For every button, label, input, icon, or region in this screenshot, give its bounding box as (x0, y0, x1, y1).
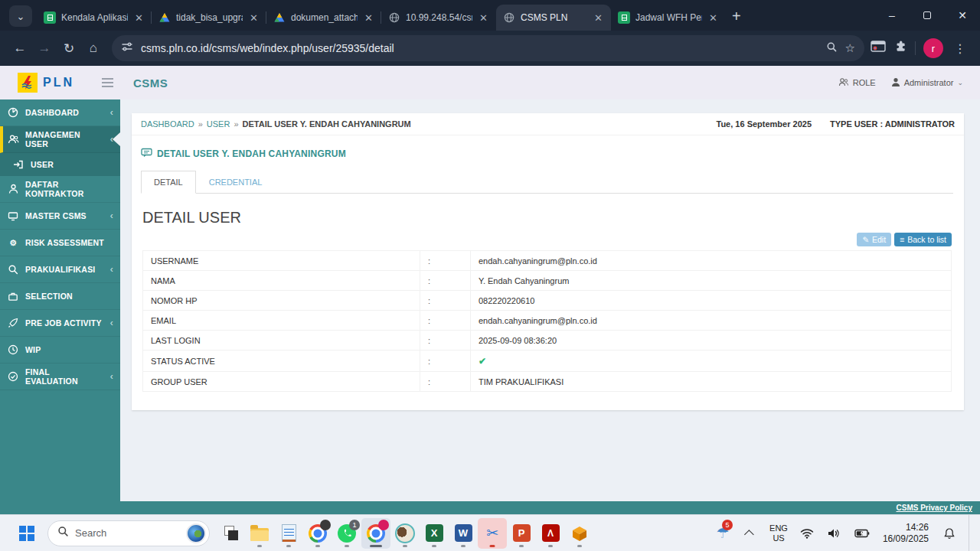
chrome-active-button[interactable] (361, 518, 390, 549)
taskbar-search[interactable]: Search (47, 520, 210, 546)
panel-title-text: DETAIL USER Y. ENDAH CAHYANINGRUM (157, 148, 346, 159)
folder-icon (250, 528, 269, 541)
sheets-icon (44, 11, 56, 24)
breadcrumb-current: DETAIL USER Y. ENDAH CAHYANINGRUM (243, 119, 411, 129)
close-button[interactable]: ✕ (945, 0, 980, 31)
whatsapp-button[interactable]: 1 (332, 518, 361, 549)
sidebar-item-prakualifikasi[interactable]: PRAKUALIFIKASI ‹ (0, 256, 120, 283)
table-row: STATUS ACTIVE : ✔ (143, 350, 952, 372)
excel-button[interactable]: X (420, 518, 449, 549)
row-value: 2025-09-09 08:36:20 (471, 331, 952, 350)
chrome-profile1-button[interactable] (303, 518, 332, 549)
extensions-puzzle-icon[interactable] (893, 40, 907, 57)
task-view-button[interactable] (216, 518, 245, 549)
word-button[interactable]: W (449, 518, 478, 549)
powerpoint-button[interactable]: P (507, 518, 536, 549)
tab-close-icon[interactable]: ✕ (593, 12, 604, 24)
breadcrumb-user[interactable]: USER (207, 119, 230, 129)
sidebar-item-pre-job-activity[interactable]: PRE JOB ACTIVITY ‹ (0, 310, 120, 337)
tab-credential[interactable]: CREDENTIAL (196, 171, 276, 194)
address-bar[interactable]: csms.pln.co.id/csms/web/index.php/user/2… (112, 35, 864, 61)
restore-button[interactable] (910, 0, 945, 31)
search-highlight-earth-icon[interactable] (186, 523, 206, 543)
bookmark-star-icon[interactable]: ☆ (845, 41, 855, 55)
show-desktop-button[interactable] (969, 515, 972, 551)
start-button[interactable] (12, 518, 41, 549)
taskbar-clock[interactable]: 14:26 16/09/2025 (878, 522, 933, 545)
teamviewer-umbrella-button[interactable]: ☂ 5 (711, 518, 734, 549)
sidebar-item-user[interactable]: USER (0, 153, 120, 176)
row-value: endah.cahyaningrum@pln.co.id (471, 311, 952, 331)
sidebar-item-managemen-user[interactable]: MANAGEMEN USER ‹ (0, 126, 120, 153)
acrobat-button[interactable]: Λ (536, 518, 565, 549)
user-menu[interactable]: Administrator ⌄ (891, 77, 963, 89)
profile-badge (378, 520, 389, 530)
role-menu[interactable]: ROLE (838, 77, 876, 89)
tray-expand-button[interactable] (739, 518, 762, 549)
wifi-button[interactable] (795, 518, 818, 549)
browser-tab-2[interactable]: tidak_bisa_upgrad ✕ (152, 5, 266, 31)
sidebar: DASHBOARD ‹ MANAGEMEN USER ‹ USER DAFTAR… (0, 99, 120, 501)
acrobat-icon: Λ (542, 524, 560, 542)
tab-label: CSMS PLN (521, 12, 587, 23)
sidebar-item-final-evaluation[interactable]: FINAL EVALUATION ‹ (0, 364, 120, 390)
breadcrumb-dashboard[interactable]: DASHBOARD (141, 119, 194, 129)
sidebar-item-dashboard[interactable]: DASHBOARD ‹ (0, 99, 120, 126)
url-text[interactable]: csms.pln.co.id/csms/web/index.php/user/2… (141, 42, 818, 54)
tab-close-icon[interactable]: ✕ (478, 12, 489, 24)
sidebar-item-daftar-kontraktor[interactable]: DAFTAR KONTRAKTOR (0, 176, 120, 203)
browser-menu-icon[interactable]: ⋮ (951, 41, 969, 56)
side-panel-icon[interactable] (871, 40, 886, 57)
table-row: GROUP USER : TIM PRAKUALIFIKASI (143, 372, 952, 392)
snipping-tool-button[interactable]: ✂ (478, 518, 507, 549)
tab-close-icon[interactable]: ✕ (248, 12, 260, 24)
back-to-list-button[interactable]: ≡ Back to list (894, 233, 952, 246)
back-button[interactable]: ← (8, 36, 32, 60)
row-label: EMAIL (143, 311, 420, 331)
cube-icon (571, 525, 588, 542)
notification-center-button[interactable] (938, 518, 961, 549)
site-info-icon[interactable] (121, 41, 133, 56)
language-switcher[interactable]: ENG US (766, 523, 791, 543)
forward-button[interactable]: → (32, 36, 57, 60)
tab-close-icon[interactable]: ✕ (707, 12, 719, 24)
tab-search-button[interactable]: ⌄ (9, 5, 32, 27)
sidebar-item-master-csms[interactable]: MASTER CSMS ‹ (0, 203, 120, 230)
search-in-page-icon[interactable] (826, 41, 838, 56)
file-explorer-button[interactable] (245, 518, 274, 549)
battery-button[interactable] (851, 518, 874, 549)
clock-icon (7, 344, 19, 355)
browser-tab-1[interactable]: Kendala Aplikasi C ✕ (37, 5, 152, 31)
tab-close-icon[interactable]: ✕ (133, 12, 145, 24)
reload-button[interactable]: ↻ (57, 36, 81, 60)
tab-close-icon[interactable]: ✕ (363, 12, 374, 24)
status-check-icon: ✔ (479, 356, 486, 367)
breadcrumb-separator: » (198, 119, 203, 129)
login-icon (12, 160, 24, 169)
sidebar-toggle-button[interactable] (92, 78, 122, 87)
sidebar-item-label: RISK ASSESSMENT (25, 238, 104, 247)
tab-detail[interactable]: DETAIL (141, 171, 196, 194)
cube-app-button[interactable] (565, 518, 594, 549)
browser-tab-6[interactable]: Jadwal WFH Penge ✕ (611, 5, 726, 31)
edit-button[interactable]: ✎ Edit (857, 233, 891, 246)
sidebar-item-selection[interactable]: SELECTION (0, 283, 120, 310)
profile-avatar[interactable]: r (923, 38, 943, 58)
sidebar-item-risk-assessment[interactable]: ⚙ RISK ASSESSMENT (0, 230, 120, 256)
privacy-policy-link[interactable]: CSMS Privacy Policy (897, 504, 973, 512)
tab-label: Kendala Aplikasi C (61, 12, 128, 23)
browser-tab-3[interactable]: dokumen_attachm ✕ (266, 5, 381, 31)
sidebar-item-wip[interactable]: WIP (0, 337, 120, 364)
row-label: USERNAME (143, 251, 420, 271)
minimize-button[interactable]: – (874, 0, 910, 31)
browser-tab-4[interactable]: 10.99.248.54/csms ✕ (381, 5, 496, 31)
new-tab-button[interactable]: + (732, 8, 741, 25)
task-view-icon-front (228, 530, 238, 540)
search-input[interactable]: Search (75, 527, 180, 539)
browser-tab-active[interactable]: CSMS PLN ✕ (496, 5, 611, 31)
notepad-button[interactable] (274, 518, 303, 549)
volume-button[interactable] (823, 518, 846, 549)
tab-label: Jadwal WFH Penge (635, 12, 702, 23)
pet-app-button[interactable] (390, 518, 420, 549)
home-button[interactable]: ⌂ (81, 36, 106, 60)
